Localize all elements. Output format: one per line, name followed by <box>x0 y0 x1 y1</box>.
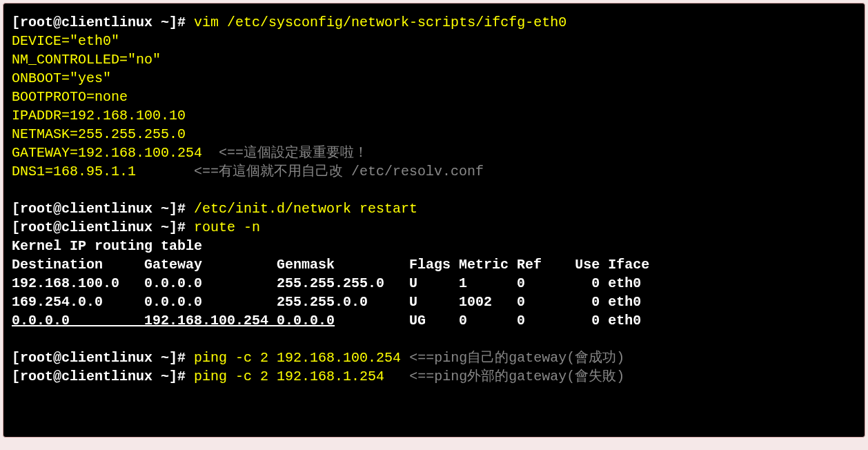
command: ping -c 2 192.168.100.254 <box>194 350 401 366</box>
inline-comment: <==這個設定最重要啦！ <box>219 145 368 161</box>
route-header: Destination Gateway Genmask Flags Metric… <box>12 257 649 273</box>
command: route -n <box>194 219 260 235</box>
config-line: DEVICE="eth0" <box>12 33 119 49</box>
route-row: 169.254.0.0 0.0.0.0 255.255.0.0 U 1002 0… <box>12 294 641 310</box>
config-line: NM_CONTROLLED="no" <box>12 52 161 68</box>
route-row-underlined: 0.0.0.0 192.168.100.254 0.0.0.0 <box>12 313 335 329</box>
config-line: GATEWAY=192.168.100.254 <box>12 145 202 161</box>
inline-comment: <==ping外部的gateway(會失敗) <box>409 369 624 384</box>
shell-prompt: [root@clientlinux ~]# <box>12 369 186 384</box>
config-line: IPADDR=192.168.100.10 <box>12 108 186 124</box>
terminal-window[interactable]: [root@clientlinux ~]# vim /etc/sysconfig… <box>3 3 865 438</box>
shell-prompt: [root@clientlinux ~]# <box>12 201 186 217</box>
command: ping -c 2 192.168.1.254 <box>194 369 384 384</box>
inline-comment: <==ping自己的gateway(會成功) <box>409 350 624 366</box>
config-line: DNS1=168.95.1.1 <box>12 164 136 179</box>
config-line: NETMASK=255.255.255.0 <box>12 126 186 142</box>
route-row: UG 0 0 0 eth0 <box>335 313 641 329</box>
inline-comment: <==有這個就不用自己改 /etc/resolv.conf <box>194 164 484 179</box>
command: vim /etc/sysconfig/network-scripts/ifcfg… <box>194 14 566 30</box>
config-line: ONBOOT="yes" <box>12 70 111 86</box>
shell-prompt: [root@clientlinux ~]# <box>12 14 186 30</box>
route-row: 192.168.100.0 0.0.0.0 255.255.255.0 U 1 … <box>12 275 641 291</box>
command: /etc/init.d/network restart <box>194 201 417 217</box>
shell-prompt: [root@clientlinux ~]# <box>12 219 186 235</box>
config-line: BOOTPROTO=none <box>12 89 128 105</box>
shell-prompt: [root@clientlinux ~]# <box>12 350 186 366</box>
route-title: Kernel IP routing table <box>12 238 202 254</box>
